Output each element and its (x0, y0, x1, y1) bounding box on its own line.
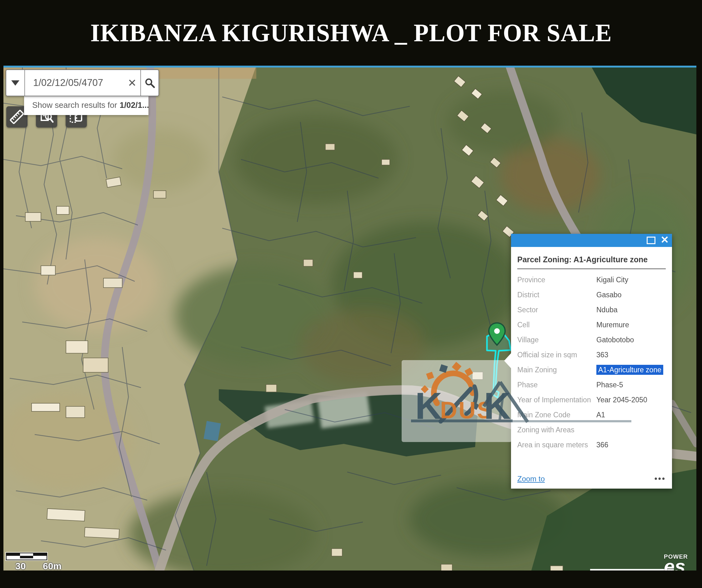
attribution-bar (590, 569, 674, 571)
popup-row-label: Official size in sqm (517, 351, 596, 359)
popup-row-label: Cell (517, 321, 596, 329)
maximize-icon[interactable] (647, 237, 656, 244)
popup-row: Official size in sqm363 (517, 347, 666, 362)
esri-logo: es (664, 560, 696, 571)
popup-row-label: Phase (517, 381, 596, 389)
popup-row-label: Year of Implementation (517, 396, 596, 404)
popup-row-value: Gasabo (596, 291, 622, 299)
popup-row-value: 366 (596, 441, 608, 449)
popup-pointer (504, 353, 511, 368)
popup-row: Main Zone CodeA1 (517, 407, 666, 422)
esri-attribution: POWER es (664, 553, 696, 571)
popup-row: Area in square meters366 (517, 437, 666, 452)
search-widget: ✕ (6, 70, 159, 96)
popup-row-value: A1-Agriculture zone (596, 366, 663, 374)
popup-row-value: 363 (596, 351, 608, 359)
clear-search-icon[interactable]: ✕ (128, 70, 137, 96)
title-banner: IKIBANZA KIGURISHWA _ PLOT FOR SALE (0, 0, 702, 66)
search-button[interactable] (140, 70, 158, 96)
search-source-dropdown[interactable] (6, 70, 25, 96)
search-icon (144, 78, 155, 88)
scale-bar: 30 60m (6, 553, 75, 571)
scale-end-label: 60m (43, 561, 62, 571)
scale-bar-segments (6, 553, 47, 560)
popup-row-label: Province (517, 276, 596, 284)
chevron-down-icon (11, 80, 19, 86)
page: { "banner": { "title": "IKIBANZA KIGURIS… (0, 0, 702, 588)
popup-row-value: Nduba (596, 306, 618, 314)
popup-row: SectorNduba (517, 302, 666, 317)
popup-row-value: A1 (596, 411, 605, 419)
search-suggestion[interactable]: Show search results for 1/02/1... (24, 95, 148, 115)
popup-row: PhasePhase-5 (517, 377, 666, 392)
popup-row-value: Kigali City (596, 276, 628, 284)
popup-row-value: Gatobotobo (596, 336, 634, 344)
popup-row-label: Village (517, 336, 596, 344)
parcel-popup: ✕ Parcel Zoning: A1-Agriculture zone Pro… (511, 234, 672, 489)
popup-row-value: Muremure (596, 321, 629, 329)
popup-title: Parcel Zoning: A1-Agriculture zone (517, 255, 666, 269)
page-title: IKIBANZA KIGURISHWA _ PLOT FOR SALE (90, 19, 612, 47)
popup-titlebar: ✕ (511, 234, 672, 247)
scale-mid-label: 30 (15, 561, 26, 571)
popup-row-label: Main Zoning (517, 366, 596, 374)
popup-row-label: District (517, 291, 596, 299)
popup-row-value: Phase-5 (596, 381, 623, 389)
popup-row-label: Area in square meters (517, 441, 596, 449)
popup-row-label: Zoning with Areas (517, 426, 596, 434)
close-icon[interactable]: ✕ (661, 235, 669, 245)
popup-row: Year of ImplementationYear 2045-2050 (517, 392, 666, 407)
more-options-icon[interactable]: ••• (655, 474, 666, 484)
popup-row: Main ZoningA1-Agriculture zone (517, 362, 666, 377)
highlighted-value: A1-Agriculture zone (596, 365, 663, 375)
popup-row: ProvinceKigali City (517, 272, 666, 287)
zoom-to-link[interactable]: Zoom to (517, 475, 545, 483)
popup-attributes: ProvinceKigali CityDistrictGasaboSectorN… (517, 272, 666, 452)
popup-row-label: Sector (517, 306, 596, 314)
popup-row-value: Year 2045-2050 (596, 396, 647, 404)
suggestion-text: Show search results for (32, 100, 117, 110)
popup-row: Zoning with Areas (517, 422, 666, 437)
ruler-icon (9, 109, 25, 125)
suggestion-query: 1/02/1... (120, 100, 149, 110)
popup-row: CellMuremure (517, 317, 666, 332)
popup-row: DistrictGasabo (517, 287, 666, 302)
popup-row: VillageGatobotobo (517, 332, 666, 347)
search-input[interactable] (25, 70, 140, 96)
map-top-border (3, 66, 696, 68)
popup-row-label: Main Zone Code (517, 411, 596, 419)
